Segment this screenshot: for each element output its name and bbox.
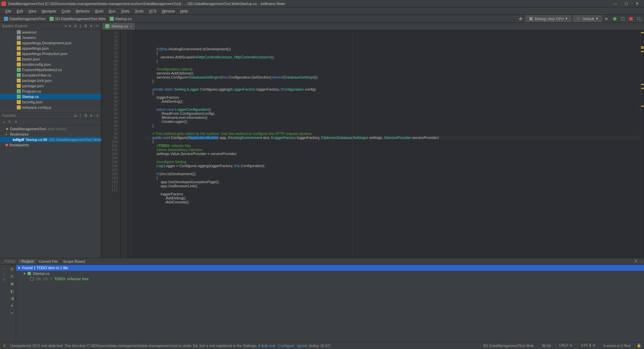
bookmark-item[interactable]: bdfgdf Startup.cs:86 (SD.DataManagementT… bbox=[0, 137, 101, 142]
code-line[interactable] bbox=[144, 128, 640, 132]
code-line[interactable]: app.UseBrowserLink(); bbox=[144, 184, 640, 188]
code-line[interactable]: } bbox=[144, 59, 640, 63]
collapse-all-button[interactable]: ⇊ bbox=[73, 113, 77, 118]
code-line[interactable]: .ReadFrom.Configuration(config) bbox=[144, 111, 640, 115]
run-button[interactable]: ▶ bbox=[604, 16, 610, 22]
menu-build[interactable]: Build bbox=[93, 9, 106, 13]
status-caret-position[interactable]: 96:50 bbox=[540, 344, 553, 348]
status-inspection[interactable]: 4 errors in 3 files bbox=[601, 344, 633, 348]
maximize-button[interactable]: ▢ bbox=[623, 1, 629, 6]
filter-button[interactable]: ▼ bbox=[9, 303, 15, 308]
menu-window[interactable]: Window bbox=[159, 9, 177, 13]
menu-refactor[interactable]: Refactor bbox=[73, 9, 93, 13]
warning-marker[interactable] bbox=[641, 106, 644, 107]
close-button[interactable]: ✕ bbox=[634, 1, 640, 6]
code-line[interactable]: .AddSerilog(); bbox=[144, 99, 640, 103]
preview-button[interactable]: ◨ bbox=[9, 296, 15, 301]
code-line[interactable] bbox=[144, 188, 640, 192]
code-line[interactable]: //configuration options bbox=[144, 67, 640, 71]
code-line[interactable]: .MinimumLevel.Information() bbox=[144, 115, 640, 119]
tree-item[interactable]: appsettings.Production.json bbox=[0, 51, 101, 56]
breadcrumb-project[interactable]: SD.DataManagementTool.Web bbox=[48, 17, 108, 21]
build-config-dropdown[interactable]: Debug | Any CPU ▾ bbox=[526, 15, 571, 22]
code-line[interactable]: //configure Serilog bbox=[144, 160, 640, 164]
edit-favorite-button[interactable]: ✎ bbox=[8, 120, 11, 124]
error-stripe[interactable] bbox=[640, 30, 644, 258]
settings-button[interactable]: ⚙ bbox=[633, 259, 639, 263]
menu-edit[interactable]: Edit bbox=[14, 9, 26, 13]
hide-button[interactable]: ⇥ bbox=[94, 24, 99, 28]
group-by-button[interactable]: ◧ bbox=[9, 288, 15, 294]
code-line[interactable]: } bbox=[144, 79, 640, 83]
menu-view[interactable]: View bbox=[26, 9, 39, 13]
code-editor[interactable]: 7374757677787980818283848586878889909192… bbox=[101, 30, 644, 258]
code-line[interactable] bbox=[144, 43, 640, 47]
debug-button[interactable] bbox=[612, 16, 618, 22]
todo-summary-row[interactable]: ▾ Found 1 TODO item in 1 file bbox=[16, 265, 644, 271]
breadcrumb-file[interactable]: Startup.cs bbox=[108, 17, 134, 21]
status-line-ending[interactable]: CRLF ≑ bbox=[557, 343, 575, 348]
tree-item[interactable]: Program.cs bbox=[0, 89, 101, 94]
code-line[interactable] bbox=[144, 168, 640, 172]
code-line[interactable]: } bbox=[144, 123, 640, 128]
code-line[interactable]: private static Serilog.ILogger Configure… bbox=[144, 87, 640, 91]
collapse-all-button[interactable]: ⊟ bbox=[9, 273, 15, 279]
scroll-from-source-button[interactable]: ⟳ bbox=[67, 24, 72, 28]
code-line[interactable]: //store dependency injection bbox=[144, 148, 640, 152]
tree-item[interactable]: bundleconfig.json bbox=[0, 62, 101, 67]
code-line[interactable]: .AddConsole(); bbox=[144, 200, 640, 204]
settings-button[interactable]: ⚙ bbox=[84, 113, 88, 118]
favorites-tree[interactable]: ★ DataManagementTool auto-added ▾ Bookma… bbox=[0, 126, 101, 148]
prev-todo-button[interactable]: ↑ bbox=[3, 266, 5, 270]
next-todo-button[interactable]: ↓ bbox=[3, 272, 5, 276]
code-line[interactable]: app.UseDeveloperExceptionPage(); bbox=[144, 180, 640, 184]
menu-tests[interactable]: Tests bbox=[118, 9, 132, 13]
delete-favorite-button[interactable]: ✕ bbox=[14, 120, 17, 124]
menu-run[interactable]: Run bbox=[106, 9, 118, 13]
todo-file-row[interactable]: ▾ Startup.cs bbox=[16, 271, 644, 276]
menu-file[interactable]: File bbox=[3, 9, 14, 13]
warning-marker[interactable] bbox=[641, 84, 644, 85]
menu-vcs[interactable]: VCS bbox=[146, 9, 159, 13]
editor-tab[interactable]: Startup.cs × bbox=[103, 23, 135, 30]
favorites-root-item[interactable]: ★ DataManagementTool auto-added bbox=[0, 126, 101, 132]
tree-item[interactable]: tsconfig.json bbox=[0, 99, 101, 105]
help-button[interactable]: ? bbox=[3, 278, 5, 282]
dropdown-icon[interactable]: ▾ bbox=[65, 24, 67, 28]
status-encoding[interactable]: UTF-8 ≑ bbox=[579, 343, 597, 348]
code-line[interactable]: return new LoggerConfiguration() bbox=[144, 107, 640, 111]
code-line[interactable]: { bbox=[144, 176, 640, 180]
code-line[interactable]: if (!this.HostingEnvironment.IsDevelopme… bbox=[144, 47, 640, 51]
tree-item[interactable]: package-lock.json bbox=[0, 78, 101, 83]
build-button[interactable] bbox=[518, 16, 524, 22]
tree-item[interactable]: ExceptionFilter.cs bbox=[0, 72, 101, 78]
hide-button[interactable]: ⇥ bbox=[94, 113, 99, 118]
code-line[interactable] bbox=[144, 63, 640, 67]
tree-item[interactable]: Startup.cs bbox=[0, 94, 101, 99]
solution-tree[interactable]: wwwroot.bowerrcappsettings.Development.j… bbox=[0, 30, 101, 110]
tree-item[interactable]: CustomHttpsRedirect.cs bbox=[0, 67, 101, 72]
code-line[interactable]: if (env.IsDevelopment()) bbox=[144, 172, 640, 176]
code-line[interactable]: services.AddOptions(); bbox=[144, 71, 640, 75]
code-line[interactable]: // This method gets called by the runtim… bbox=[144, 132, 640, 136]
status-link-ignore[interactable]: Ignore bbox=[297, 344, 308, 348]
todo-tab-project[interactable]: Project bbox=[19, 259, 36, 263]
menu-code[interactable]: Code bbox=[59, 9, 73, 13]
menu-navigate[interactable]: Navigate bbox=[39, 9, 59, 13]
status-project[interactable]: SD.DataManagementTool.Web bbox=[481, 344, 536, 348]
tree-item[interactable]: bower.json bbox=[0, 56, 101, 62]
code-line[interactable]: public void Configure(IApplicationBuilde… bbox=[144, 136, 640, 140]
refresh-button[interactable]: ⟳ bbox=[9, 310, 15, 316]
settings-button[interactable]: ⚙ bbox=[84, 24, 88, 28]
add-favorite-button[interactable]: + bbox=[3, 120, 5, 124]
tree-item[interactable]: appsettings.json bbox=[0, 46, 101, 51]
todo-tab-scope[interactable]: Scope Based bbox=[60, 259, 88, 263]
menu-help[interactable]: Help bbox=[178, 9, 191, 13]
chevron-down-icon[interactable]: ▾ bbox=[89, 24, 94, 28]
search-everywhere-button[interactable] bbox=[636, 16, 642, 22]
warning-marker[interactable] bbox=[641, 32, 644, 33]
minimize-button[interactable]: — bbox=[612, 1, 619, 6]
breakpoints-node[interactable]: Breakpoints bbox=[0, 142, 101, 148]
autoscroll-button[interactable]: ▣ bbox=[9, 281, 15, 286]
code-line[interactable]: settings.Value.ServiceProvider = service… bbox=[144, 152, 640, 156]
